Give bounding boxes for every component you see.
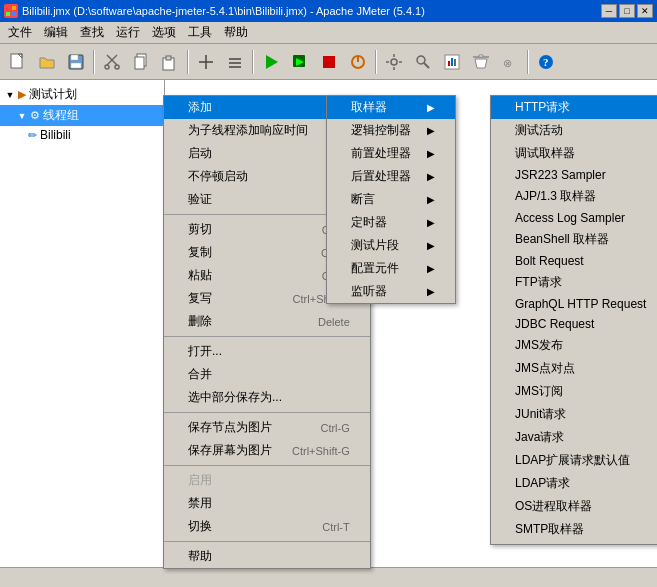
sep1 xyxy=(93,50,95,74)
menu-options[interactable]: 选项 xyxy=(146,22,182,43)
toolbar-search[interactable] xyxy=(409,48,437,76)
svg-rect-16 xyxy=(166,56,171,60)
ctx-enable: 启用 xyxy=(164,469,370,492)
title-bar: Bilibili.jmx (D:\software\apache-jmeter-… xyxy=(0,0,657,22)
tree-panel: ▼ ▶ 测试计划 ▼ ⚙ 线程组 ✏ Bilibili xyxy=(0,80,165,567)
sep4 xyxy=(375,50,377,74)
svg-rect-34 xyxy=(454,59,456,66)
close-button[interactable]: ✕ xyxy=(637,4,653,18)
sampler-access-log[interactable]: Access Log Sampler xyxy=(491,208,657,228)
window-controls: ─ □ ✕ xyxy=(601,4,653,18)
sampler-debug[interactable]: 调试取样器 xyxy=(491,142,657,165)
app-icon xyxy=(4,4,18,18)
sampler-jms-subscribe[interactable]: JMS订阅 xyxy=(491,380,657,403)
submenu-add: 取样器 ▶ 逻辑控制器 ▶ 前置处理器 ▶ 后置处理器 ▶ 断言 ▶ 定时器 ▶… xyxy=(326,95,456,304)
sampler-junit[interactable]: JUnit请求 xyxy=(491,403,657,426)
toolbar-new[interactable] xyxy=(4,48,32,76)
ctx-save-screen-img[interactable]: 保存屏幕为图片 Ctrl+Shift-G xyxy=(164,439,370,462)
submenu-assertions[interactable]: 断言 ▶ xyxy=(327,188,455,211)
toolbar-settings[interactable] xyxy=(380,48,408,76)
menu-run[interactable]: 运行 xyxy=(110,22,146,43)
minimize-button[interactable]: ─ xyxy=(601,4,617,18)
tree-item-label-bilibili: Bilibili xyxy=(40,128,71,142)
svg-rect-8 xyxy=(71,63,81,68)
toolbar-start[interactable] xyxy=(257,48,285,76)
ctx-save-selection[interactable]: 选中部分保存为... xyxy=(164,386,370,409)
toolbar-save[interactable] xyxy=(62,48,90,76)
sep3 xyxy=(252,50,254,74)
toolbar-stop[interactable] xyxy=(315,48,343,76)
submenu-pre-processor[interactable]: 前置处理器 ▶ xyxy=(327,142,455,165)
sampler-ajp[interactable]: AJP/1.3 取样器 xyxy=(491,185,657,208)
toolbar-collapse[interactable] xyxy=(221,48,249,76)
ctx-open[interactable]: 打开... xyxy=(164,340,370,363)
toolbar-copy[interactable] xyxy=(127,48,155,76)
sampler-os-process[interactable]: OS进程取样器 xyxy=(491,495,657,518)
expand-icon: ▼ xyxy=(4,89,16,101)
status-bar xyxy=(0,567,657,587)
toolbar-help[interactable]: ? xyxy=(532,48,560,76)
svg-line-30 xyxy=(424,63,429,68)
toolbar-report[interactable] xyxy=(438,48,466,76)
svg-rect-3 xyxy=(12,12,16,16)
sampler-jsr223[interactable]: JSR223 Sampler xyxy=(491,165,657,185)
submenu-listeners[interactable]: 监听器 ▶ xyxy=(327,280,455,303)
menu-search[interactable]: 查找 xyxy=(74,22,110,43)
sampler-jms-p2p[interactable]: JMS点对点 xyxy=(491,357,657,380)
ctx-delete[interactable]: 删除 Delete xyxy=(164,310,370,333)
ctx-toggle[interactable]: 切换 Ctrl-T xyxy=(164,515,370,538)
menu-edit[interactable]: 编辑 xyxy=(38,22,74,43)
submenu-samplers[interactable]: 取样器 ▶ xyxy=(327,96,455,119)
sep2 xyxy=(187,50,189,74)
sampler-jdbc[interactable]: JDBC Request xyxy=(491,314,657,334)
submenu-test-fragment[interactable]: 测试片段 ▶ xyxy=(327,234,455,257)
toolbar: ⊗ ? xyxy=(0,44,657,80)
toolbar-shutdown[interactable] xyxy=(344,48,372,76)
submenu-config-element[interactable]: 配置元件 ▶ xyxy=(327,257,455,280)
svg-point-12 xyxy=(115,65,119,69)
svg-rect-2 xyxy=(6,12,10,16)
toolbar-expand[interactable] xyxy=(192,48,220,76)
menu-file[interactable]: 文件 xyxy=(2,22,38,43)
sampler-ldap-extended[interactable]: LDAP扩展请求默认值 xyxy=(491,449,657,472)
ctx-merge[interactable]: 合并 xyxy=(164,363,370,386)
ctx-help[interactable]: 帮助 xyxy=(164,545,370,568)
sampler-http[interactable]: HTTP请求 xyxy=(491,96,657,119)
toolbar-clear-all[interactable]: ⊗ xyxy=(496,48,524,76)
toolbar-start-no-pause[interactable] xyxy=(286,48,314,76)
sampler-test-activity[interactable]: 测试活动 xyxy=(491,119,657,142)
svg-text:?: ? xyxy=(543,56,549,68)
sampler-tcp[interactable]: TCP取样器 xyxy=(491,541,657,545)
submenu-post-processor[interactable]: 后置处理器 ▶ xyxy=(327,165,455,188)
sampler-ldap[interactable]: LDAP请求 xyxy=(491,472,657,495)
sampler-smtp[interactable]: SMTP取样器 xyxy=(491,518,657,541)
submenu-timers[interactable]: 定时器 ▶ xyxy=(327,211,455,234)
tree-item-thread-group[interactable]: ▼ ⚙ 线程组 xyxy=(0,105,164,126)
svg-marker-22 xyxy=(266,55,278,69)
toolbar-open[interactable] xyxy=(33,48,61,76)
tree-item-plan[interactable]: ▼ ▶ 测试计划 xyxy=(0,84,164,105)
submenu-logic-controller[interactable]: 逻辑控制器 ▶ xyxy=(327,119,455,142)
sep5 xyxy=(527,50,529,74)
sampler-ftp[interactable]: FTP请求 xyxy=(491,271,657,294)
ctx-save-node-img[interactable]: 保存节点为图片 Ctrl-G xyxy=(164,416,370,439)
svg-rect-33 xyxy=(451,58,453,66)
sep-e xyxy=(164,541,370,542)
svg-point-29 xyxy=(417,56,425,64)
sampler-graphql[interactable]: GraphQL HTTP Request xyxy=(491,294,657,314)
sampler-java[interactable]: Java请求 xyxy=(491,426,657,449)
svg-text:⊗: ⊗ xyxy=(503,57,512,69)
sampler-jms-publish[interactable]: JMS发布 xyxy=(491,334,657,357)
sampler-beanshell[interactable]: BeanShell 取样器 xyxy=(491,228,657,251)
toolbar-paste[interactable] xyxy=(156,48,184,76)
maximize-button[interactable]: □ xyxy=(619,4,635,18)
tree-item-bilibili[interactable]: ✏ Bilibili xyxy=(0,126,164,144)
svg-rect-25 xyxy=(323,56,335,68)
toolbar-cut[interactable] xyxy=(98,48,126,76)
sampler-bolt[interactable]: Bolt Request xyxy=(491,251,657,271)
menu-help[interactable]: 帮助 xyxy=(218,22,254,43)
ctx-disable[interactable]: 禁用 xyxy=(164,492,370,515)
menu-tools[interactable]: 工具 xyxy=(182,22,218,43)
expand-icon-thread: ▼ xyxy=(16,110,28,122)
toolbar-clear[interactable] xyxy=(467,48,495,76)
